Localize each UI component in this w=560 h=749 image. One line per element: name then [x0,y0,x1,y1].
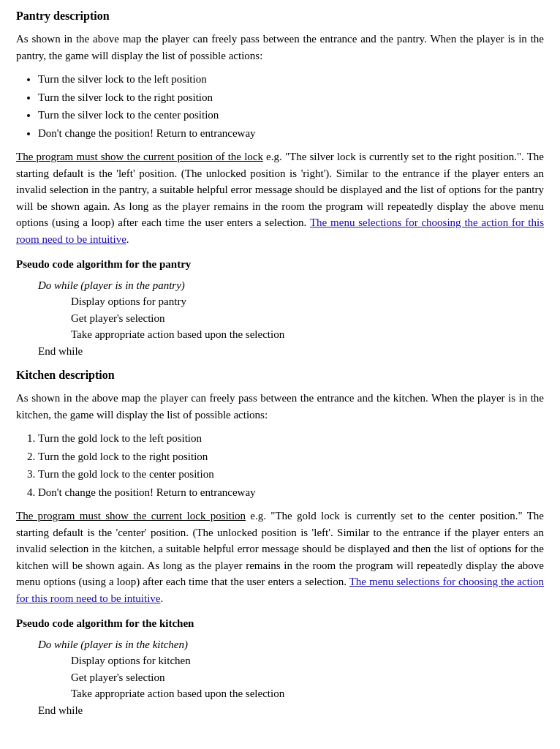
pantry-pseudo-line4: Take appropriate action based upon the s… [71,326,544,343]
kitchen-body-end: . [160,592,163,604]
pantry-pseudo-line3: Get player's selection [71,310,544,327]
list-item: Turn the silver lock to the left positio… [38,71,544,88]
kitchen-pseudo-line1: Do while (player is in the kitchen) [38,636,544,653]
pantry-pseudo-block: Do while (player is in the pantry) Displ… [16,277,544,360]
pantry-intro: As shown in the above map the player can… [16,31,544,64]
list-item: Don't change the position! Return to ent… [38,125,544,142]
pantry-title: Pantry description [16,7,544,25]
kitchen-pseudo-line3: Get player's selection [71,669,544,686]
pantry-body-end: . [126,233,129,245]
list-item: Turn the silver lock to the center posit… [38,107,544,124]
kitchen-section: Kitchen description As shown in the abov… [16,366,544,718]
pantry-bullet-list: Turn the silver lock to the left positio… [38,71,544,141]
kitchen-pseudo-label: Pseudo code algorithm for the kitchen [16,615,544,632]
kitchen-pseudo-block: Do while (player is in the kitchen) Disp… [16,636,544,719]
list-item: Turn the gold lock to the left position [38,430,544,447]
pantry-pseudo-end: End while [38,343,544,360]
kitchen-numbered-list: Turn the gold lock to the left position … [38,430,544,500]
pantry-pseudo-line1: Do while (player is in the pantry) [38,277,544,294]
pantry-pseudo-line2: Display options for pantry [71,293,544,310]
pantry-body-text: The program must show the current positi… [16,148,544,247]
pantry-underline-text: The program must show the current positi… [16,151,263,162]
pantry-section: Pantry description As shown in the above… [16,7,544,359]
list-item: Don't change the position! Return to ent… [38,484,544,501]
kitchen-pseudo-end: End while [38,702,544,719]
kitchen-title: Kitchen description [16,366,544,384]
list-item: Turn the gold lock to the right position [38,448,544,465]
kitchen-intro: As shown in the above map the player can… [16,390,544,423]
list-item: Turn the gold lock to the center positio… [38,466,544,483]
kitchen-underline-text: The program must show the current lock p… [16,510,246,522]
kitchen-pseudo-line4: Take appropriate action based upon the s… [71,685,544,702]
list-item: Turn the silver lock to the right positi… [38,89,544,106]
pantry-pseudo-label: Pseudo code algorithm for the pantry [16,256,544,273]
kitchen-body-text: The program must show the current lock p… [16,508,544,606]
kitchen-pseudo-line2: Display options for kitchen [71,652,544,669]
